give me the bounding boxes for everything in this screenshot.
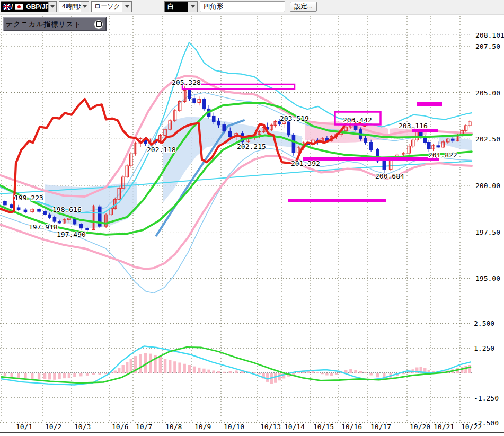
currency-pair-select[interactable]: / GBP/JPY [1, 1, 57, 12]
shape-tool-field[interactable]: 四角形 [200, 1, 285, 12]
svg-text:10/1: 10/1 [16, 423, 32, 431]
svg-text:198.616: 198.616 [52, 206, 82, 213]
restore-window-button[interactable] [94, 20, 103, 29]
svg-text:10/16: 10/16 [341, 423, 362, 431]
indicator-list-title: テクニカル指標リスト [6, 20, 81, 29]
draw-color-label: 白 [165, 2, 174, 11]
chart-area[interactable]: 208.101207.50205.00202.50200.00197.50195… [0, 14, 504, 436]
indicator-list-panel[interactable]: テクニカル指標リスト [3, 17, 107, 31]
svg-text:208.101: 208.101 [475, 31, 504, 39]
chevron-down-icon[interactable] [48, 2, 56, 12]
svg-text:1.250: 1.250 [474, 344, 494, 352]
svg-text:199.223: 199.223 [14, 194, 43, 202]
chevron-down-icon[interactable] [81, 2, 89, 12]
svg-text:205.00: 205.00 [475, 89, 500, 97]
draw-color-select[interactable]: 白 [164, 1, 198, 12]
fx-chart-app: / GBP/JPY 4時間足 ローソク 白 四角形 設定... 208.1012… [0, 0, 504, 436]
svg-text:10/20: 10/20 [410, 423, 430, 431]
chevron-down-icon[interactable] [122, 2, 131, 12]
svg-text:201.392: 201.392 [291, 159, 320, 167]
pair-slash: / [11, 3, 13, 11]
settings-button[interactable]: 設定... [290, 2, 317, 12]
svg-text:10/7: 10/7 [136, 423, 152, 431]
svg-text:-1.250: -1.250 [474, 394, 499, 402]
svg-text:203.442: 203.442 [343, 116, 372, 124]
chart-type-label: ローソク [92, 2, 120, 11]
svg-text:197.918: 197.918 [29, 223, 58, 231]
chevron-down-icon[interactable] [188, 2, 197, 12]
svg-text:197.490: 197.490 [57, 230, 86, 238]
japan-flag-icon [15, 4, 23, 10]
svg-text:10/17: 10/17 [370, 423, 391, 431]
restore-window-icon [96, 21, 102, 27]
svg-text:10/6: 10/6 [112, 423, 128, 431]
svg-text:10/10: 10/10 [224, 423, 244, 431]
toolbar: / GBP/JPY 4時間足 ローソク 白 四角形 設定... [0, 0, 504, 15]
svg-text:10/15: 10/15 [313, 423, 334, 431]
svg-text:203.519: 203.519 [280, 114, 309, 122]
svg-text:2.500: 2.500 [474, 319, 494, 327]
currency-pair-label: GBP/JPY [23, 3, 48, 11]
chart-type-select[interactable]: ローソク [91, 1, 132, 12]
svg-text:203.116: 203.116 [399, 122, 428, 130]
svg-text:202.118: 202.118 [147, 146, 176, 154]
uk-flag-icon [3, 4, 11, 10]
timeframe-label: 4時間足 [59, 2, 81, 11]
shape-tool-label: 四角形 [204, 2, 224, 11]
svg-text:197.50: 197.50 [475, 228, 500, 236]
svg-text:10/22: 10/22 [461, 423, 482, 431]
svg-text:202.215: 202.215 [237, 143, 266, 150]
svg-text:10/3: 10/3 [74, 423, 91, 431]
svg-text:10/9: 10/9 [194, 423, 211, 431]
svg-text:10/21: 10/21 [434, 423, 454, 431]
svg-text:200.00: 200.00 [475, 182, 500, 190]
svg-text:10/14: 10/14 [284, 423, 305, 431]
svg-text:10/13: 10/13 [260, 423, 281, 431]
svg-text:201.822: 201.822 [428, 151, 457, 159]
svg-text:200.684: 200.684 [375, 172, 404, 180]
svg-text:205.328: 205.328 [172, 78, 201, 86]
svg-text:207.50: 207.50 [475, 42, 500, 50]
svg-text:10/2: 10/2 [45, 423, 61, 431]
svg-text:10/8: 10/8 [165, 423, 182, 431]
timeframe-select[interactable]: 4時間足 [59, 1, 89, 12]
svg-text:195.00: 195.00 [475, 274, 500, 282]
svg-text:202.50: 202.50 [475, 135, 500, 143]
